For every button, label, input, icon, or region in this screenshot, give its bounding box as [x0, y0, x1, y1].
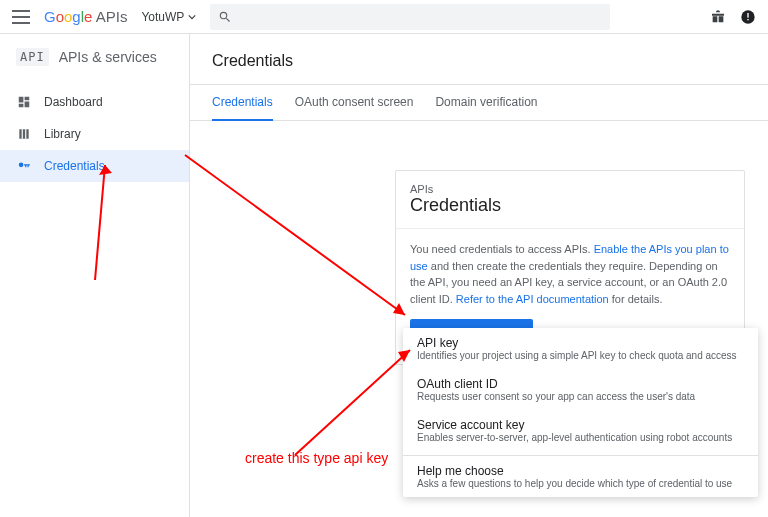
menu-icon[interactable] [12, 10, 30, 24]
library-icon [16, 126, 32, 142]
api-badge-icon: API [16, 48, 49, 66]
sidebar-item-dashboard[interactable]: Dashboard [0, 86, 189, 118]
dropdown-help-choose[interactable]: Help me choose Asks a few questions to h… [403, 456, 758, 497]
project-name: YotuWP [141, 10, 184, 24]
dropdown-oauth-client[interactable]: OAuth client ID Requests user consent so… [403, 369, 758, 410]
card-eyebrow: APIs [410, 183, 730, 195]
sidebar-item-label: Dashboard [44, 95, 103, 109]
tab-domain-verification[interactable]: Domain verification [435, 95, 537, 120]
card-text: You need credentials to access APIs. Ena… [410, 243, 729, 305]
topbar: Google APIs YotuWP [0, 0, 768, 34]
tab-oauth-consent[interactable]: OAuth consent screen [295, 95, 414, 120]
key-icon [16, 158, 32, 174]
search-input[interactable] [210, 4, 610, 30]
sidebar-title: APIs & services [59, 49, 157, 65]
dropdown-service-account[interactable]: Service account key Enables server-to-se… [403, 410, 758, 451]
svg-rect-2 [747, 19, 748, 20]
sidebar-item-label: Library [44, 127, 81, 141]
caret-down-icon [188, 13, 196, 21]
create-credentials-dropdown: API key Identifies your project using a … [403, 328, 758, 497]
dropdown-api-key[interactable]: API key Identifies your project using a … [403, 328, 758, 369]
card-title: Credentials [410, 195, 730, 216]
sidebar: API APIs & services Dashboard Library [0, 34, 190, 517]
sidebar-header[interactable]: API APIs & services [0, 34, 189, 80]
notifications-icon[interactable] [740, 9, 756, 25]
sidebar-item-credentials[interactable]: Credentials [0, 150, 189, 182]
page-title: Credentials [190, 52, 768, 84]
google-apis-logo[interactable]: Google APIs [44, 8, 127, 25]
project-selector[interactable]: YotuWP [141, 10, 196, 24]
sidebar-item-library[interactable]: Library [0, 118, 189, 150]
tabs: Credentials OAuth consent screen Domain … [190, 85, 768, 121]
api-doc-link[interactable]: Refer to the API documentation [456, 293, 609, 305]
tab-credentials[interactable]: Credentials [212, 95, 273, 121]
gift-icon[interactable] [710, 9, 726, 25]
dashboard-icon [16, 94, 32, 110]
svg-rect-1 [747, 13, 748, 18]
search-icon [218, 10, 232, 24]
sidebar-item-label: Credentials [44, 159, 105, 173]
